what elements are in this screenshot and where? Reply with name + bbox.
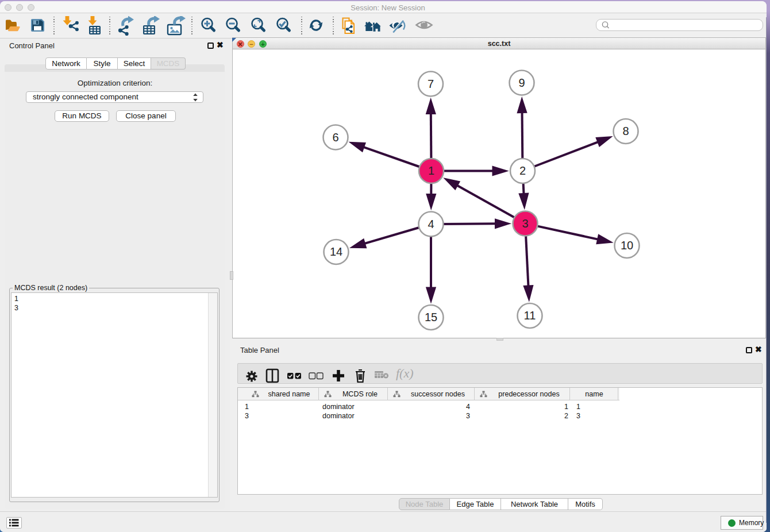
svg-text:10: 10 (621, 239, 633, 252)
svg-text:2: 2 (519, 164, 526, 177)
svg-text:6: 6 (332, 131, 338, 144)
svg-text:14: 14 (330, 245, 342, 258)
svg-text:9: 9 (518, 76, 525, 89)
svg-text:15: 15 (425, 311, 437, 323)
svg-text:3: 3 (522, 217, 528, 230)
svg-text:1: 1 (428, 164, 434, 177)
svg-text:8: 8 (622, 125, 629, 137)
svg-text:11: 11 (524, 309, 536, 322)
svg-text:7: 7 (428, 78, 434, 90)
svg-text:4: 4 (428, 218, 434, 230)
